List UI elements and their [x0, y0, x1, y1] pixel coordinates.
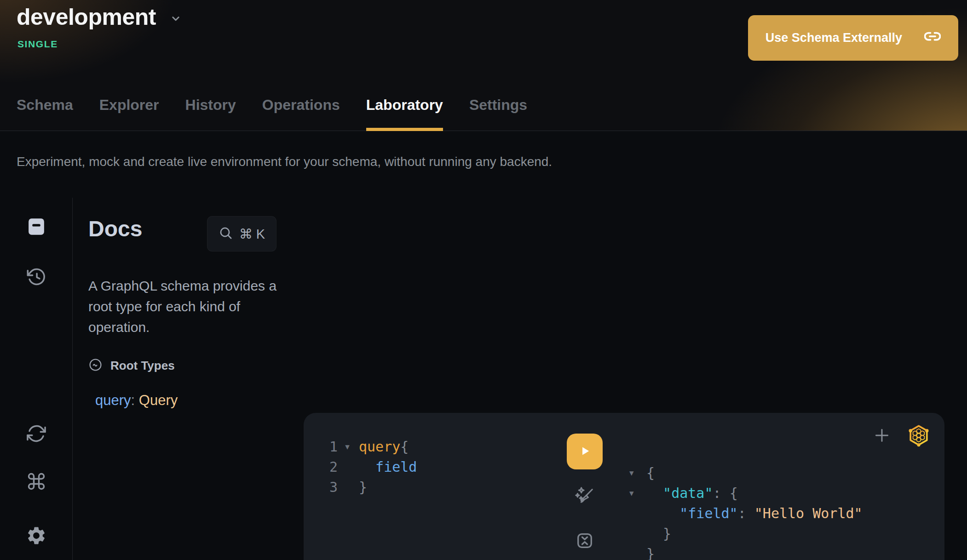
- response-viewer: ▾ { ▾ "data": { "field": "Hello World" }: [629, 463, 863, 560]
- use-schema-externally-button[interactable]: Use Schema Externally: [748, 15, 958, 61]
- docs-title: Docs: [88, 216, 142, 242]
- tab-bar: Schema Explorer History Operations Labor…: [17, 97, 527, 131]
- response-token: "data": [646, 485, 713, 501]
- response-line: ▾ "data": {: [629, 483, 863, 503]
- query-line: 3 }: [304, 477, 417, 497]
- plus-icon: [872, 440, 892, 446]
- page-subtitle: Experiment, mock and create live environ…: [17, 154, 552, 169]
- tab-laboratory[interactable]: Laboratory: [366, 97, 443, 131]
- merge-fragments-icon[interactable]: [575, 531, 595, 553]
- root-types-heading: Root Types: [110, 359, 175, 373]
- response-token: "Hello World": [754, 505, 863, 521]
- link-icon: [924, 28, 941, 48]
- response-line: }: [629, 543, 863, 560]
- laboratory-page: development SINGLE Use Schema Externally…: [0, 0, 967, 560]
- fold-arrow-icon[interactable]: ▾: [338, 441, 357, 451]
- history-clock-icon[interactable]: [26, 267, 46, 289]
- line-number: 1: [304, 439, 338, 455]
- docs-search-button[interactable]: ⌘ K: [207, 216, 276, 251]
- response-token: "field": [646, 505, 738, 521]
- root-type-name: query: [95, 392, 131, 408]
- line-number: 2: [304, 459, 338, 475]
- response-token: }: [646, 546, 655, 560]
- code-token: field: [359, 459, 417, 475]
- response-line: }: [629, 523, 863, 543]
- search-icon: [219, 226, 233, 242]
- execute-query-button[interactable]: [567, 434, 603, 469]
- response-token: :: [738, 505, 754, 521]
- command-key-icon[interactable]: [26, 471, 46, 493]
- root-types-icon: [88, 358, 103, 374]
- root-type-separator: :: [131, 392, 139, 408]
- query-line: 1 ▾ query{: [304, 436, 417, 457]
- search-shortcut: ⌘ K: [239, 226, 265, 242]
- add-tab-button[interactable]: [872, 426, 892, 446]
- tab-explorer[interactable]: Explorer: [99, 97, 159, 131]
- play-icon: [577, 443, 593, 460]
- response-token: }: [646, 526, 671, 542]
- code-token: {: [400, 439, 409, 455]
- chevron-down-icon[interactable]: [169, 11, 183, 27]
- status-badge: SINGLE: [17, 39, 58, 50]
- response-token: {: [730, 485, 738, 501]
- line-number: 3: [304, 479, 338, 495]
- settings-gear-icon[interactable]: [26, 525, 47, 548]
- tab-schema[interactable]: Schema: [17, 97, 73, 131]
- content: Docs ⌘ K A GraphQL schema provides a roo…: [0, 198, 967, 560]
- page-title: development: [17, 4, 156, 30]
- docs-description: A GraphQL schema provides a root type fo…: [88, 275, 294, 337]
- root-type-query-link[interactable]: query: Query: [95, 392, 304, 409]
- root-type-type: Query: [139, 392, 178, 408]
- response-line: ▾ {: [629, 463, 863, 483]
- code-token: query: [359, 439, 400, 455]
- query-line: 2 field: [304, 457, 417, 477]
- response-token: :: [713, 485, 730, 501]
- query-editor[interactable]: 1 ▾ query{ 2 field 3 }: [304, 436, 417, 497]
- fold-arrow-icon[interactable]: ▾: [629, 488, 646, 498]
- header: development SINGLE Use Schema Externally…: [0, 0, 967, 131]
- tab-operations[interactable]: Operations: [262, 97, 340, 131]
- docs-pane: Docs ⌘ K A GraphQL schema provides a roo…: [73, 198, 304, 560]
- prettify-broom-icon[interactable]: [575, 486, 595, 508]
- tab-settings[interactable]: Settings: [469, 97, 527, 131]
- docs-book-icon[interactable]: [26, 216, 47, 239]
- sidebar: [0, 198, 73, 560]
- use-schema-externally-label: Use Schema Externally: [766, 31, 902, 45]
- code-token: }: [359, 479, 367, 495]
- response-token: {: [646, 465, 655, 481]
- editor-toolbar: [567, 434, 603, 560]
- hive-hexagon-logo-icon[interactable]: [907, 423, 931, 449]
- tab-history[interactable]: History: [185, 97, 236, 131]
- graphiql-panel: 1 ▾ query{ 2 field 3 }: [304, 413, 944, 560]
- sync-arrows-icon[interactable]: [26, 423, 46, 446]
- response-line: "field": "Hello World": [629, 503, 863, 523]
- fold-arrow-icon[interactable]: ▾: [629, 468, 646, 478]
